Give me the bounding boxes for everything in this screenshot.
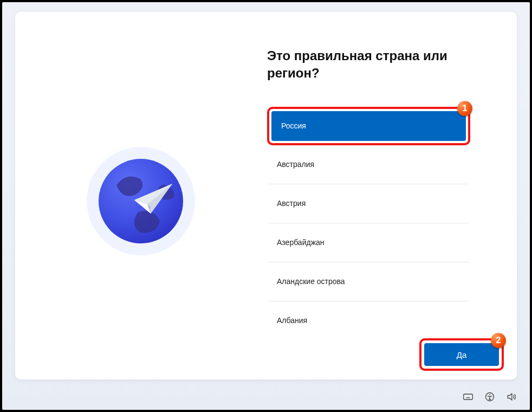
- divider: [268, 262, 469, 262]
- region-list: 1 Россия Австралия Австрия Азерба: [267, 107, 470, 336]
- region-label: Албания: [277, 316, 307, 325]
- region-item[interactable]: Аландские острова: [267, 267, 470, 297]
- content-row: Это правильная страна или регион? 1 Росс…: [15, 12, 517, 379]
- keyboard-icon[interactable]: [463, 391, 473, 402]
- region-pane: Это правильная страна или регион? 1 Росс…: [266, 12, 517, 379]
- region-item[interactable]: Азербайджан: [267, 228, 470, 258]
- oobe-window: Это правильная страна или регион? 1 Росс…: [2, 2, 530, 410]
- annotation-badge-1: 1: [457, 101, 472, 116]
- confirm-area: 2 Да: [419, 338, 504, 371]
- svg-marker-15: [508, 394, 512, 400]
- region-label: Австралия: [277, 160, 314, 169]
- yes-button-label: Да: [457, 350, 467, 359]
- illustration-pane: [15, 12, 266, 379]
- page-title: Это правильная страна или регион?: [267, 47, 462, 82]
- region-item[interactable]: Австрия: [267, 189, 470, 218]
- region-label: Азербайджан: [277, 238, 325, 247]
- region-item[interactable]: Австралия: [267, 150, 470, 179]
- divider: [268, 223, 469, 223]
- svg-point-14: [489, 394, 490, 395]
- annotation-highlight-2: 2 Да: [419, 338, 504, 371]
- taskbar-icons: [463, 391, 517, 402]
- globe-plane-icon: [87, 147, 195, 255]
- accessibility-icon[interactable]: [484, 391, 495, 402]
- annotation-highlight-1: 1 Россия: [267, 107, 470, 145]
- yes-button[interactable]: Да: [424, 343, 499, 366]
- region-label: Аландские острова: [277, 277, 345, 286]
- volume-icon[interactable]: [506, 391, 517, 402]
- region-label: Австрия: [277, 199, 306, 208]
- svg-rect-6: [464, 394, 473, 400]
- region-item[interactable]: Албания: [267, 306, 470, 336]
- oobe-card: Это правильная страна или регион? 1 Росс…: [15, 12, 517, 379]
- divider: [268, 184, 469, 184]
- region-item-selected[interactable]: Россия: [271, 111, 466, 141]
- divider: [268, 301, 469, 301]
- region-label: Россия: [281, 121, 306, 130]
- annotation-badge-2: 2: [491, 333, 506, 348]
